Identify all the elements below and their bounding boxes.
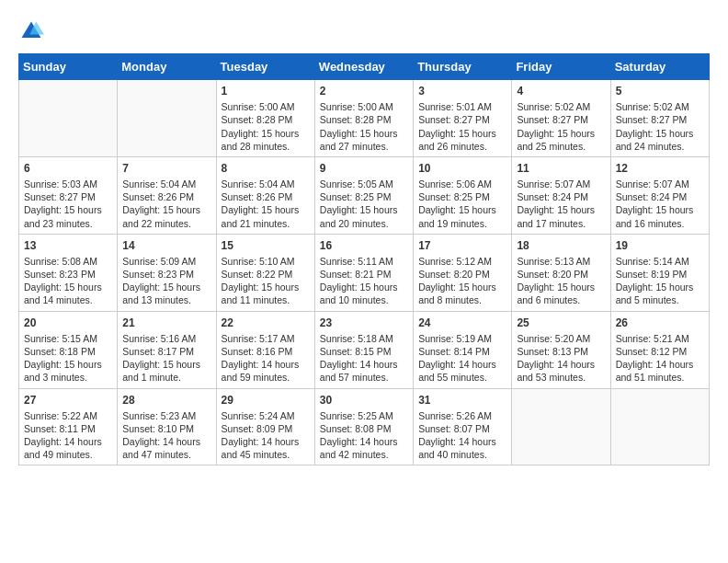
sunset-text: Sunset: 8:21 PM — [320, 268, 408, 281]
daylight-text: Daylight: 14 hours and 59 minutes. — [222, 358, 310, 384]
day-number: 2 — [320, 84, 408, 98]
sunrise-text: Sunrise: 5:10 AM — [222, 255, 310, 268]
calendar-cell: 11Sunrise: 5:07 AMSunset: 8:24 PMDayligh… — [512, 156, 610, 234]
sunset-text: Sunset: 8:26 PM — [122, 190, 210, 203]
sunset-text: Sunset: 8:22 PM — [222, 268, 310, 281]
sunset-text: Sunset: 8:25 PM — [320, 190, 408, 203]
sunrise-text: Sunrise: 5:22 AM — [24, 409, 112, 422]
day-number: 9 — [320, 161, 408, 176]
calendar-cell — [512, 388, 610, 465]
sunrise-text: Sunrise: 5:17 AM — [222, 332, 310, 345]
cell-content: 23Sunrise: 5:18 AMSunset: 8:15 PMDayligh… — [320, 316, 408, 385]
daylight-text: Daylight: 14 hours and 42 minutes. — [320, 435, 408, 461]
sunrise-text: Sunrise: 5:24 AM — [222, 409, 310, 422]
weekday-header-sunday: Sunday — [19, 54, 118, 80]
day-number: 3 — [418, 84, 506, 98]
day-number: 23 — [320, 316, 408, 330]
sunrise-text: Sunrise: 5:15 AM — [24, 332, 112, 345]
page-header — [18, 18, 710, 44]
calendar-cell: 24Sunrise: 5:19 AMSunset: 8:14 PMDayligh… — [414, 311, 512, 388]
daylight-text: Daylight: 15 hours and 23 minutes. — [24, 203, 112, 229]
cell-content: 15Sunrise: 5:10 AMSunset: 8:22 PMDayligh… — [222, 238, 310, 307]
day-number: 8 — [222, 161, 310, 176]
cell-content: 14Sunrise: 5:09 AMSunset: 8:23 PMDayligh… — [122, 238, 210, 307]
daylight-text: Daylight: 14 hours and 40 minutes. — [418, 435, 506, 461]
daylight-text: Daylight: 14 hours and 49 minutes. — [24, 435, 112, 461]
day-number: 31 — [418, 393, 506, 408]
daylight-text: Daylight: 15 hours and 19 minutes. — [418, 203, 506, 229]
sunset-text: Sunset: 8:24 PM — [517, 190, 605, 203]
sunset-text: Sunset: 8:27 PM — [24, 190, 112, 203]
calendar-cell: 27Sunrise: 5:22 AMSunset: 8:11 PMDayligh… — [19, 388, 118, 465]
sunrise-text: Sunrise: 5:12 AM — [418, 255, 506, 268]
sunrise-text: Sunrise: 5:20 AM — [517, 332, 605, 345]
sunrise-text: Sunrise: 5:00 AM — [222, 100, 310, 113]
sunrise-text: Sunrise: 5:07 AM — [616, 178, 704, 190]
sunset-text: Sunset: 8:27 PM — [517, 113, 605, 126]
calendar-cell: 7Sunrise: 5:04 AMSunset: 8:26 PMDaylight… — [118, 156, 216, 234]
cell-content: 17Sunrise: 5:12 AMSunset: 8:20 PMDayligh… — [418, 238, 506, 307]
calendar-cell — [118, 80, 216, 157]
daylight-text: Daylight: 15 hours and 20 minutes. — [320, 203, 408, 229]
sunrise-text: Sunrise: 5:25 AM — [320, 409, 408, 422]
daylight-text: Daylight: 15 hours and 27 minutes. — [320, 127, 408, 153]
sunset-text: Sunset: 8:23 PM — [122, 268, 210, 281]
sunrise-text: Sunrise: 5:11 AM — [320, 255, 408, 268]
day-number: 13 — [24, 238, 112, 253]
calendar-cell — [19, 80, 118, 157]
weekday-header-wednesday: Wednesday — [314, 54, 413, 80]
day-number: 20 — [24, 316, 112, 330]
sunset-text: Sunset: 8:09 PM — [222, 422, 310, 435]
cell-content: 16Sunrise: 5:11 AMSunset: 8:21 PMDayligh… — [320, 238, 408, 307]
cell-content: 11Sunrise: 5:07 AMSunset: 8:24 PMDayligh… — [517, 161, 605, 230]
sunrise-text: Sunrise: 5:19 AM — [418, 332, 506, 345]
sunset-text: Sunset: 8:15 PM — [320, 345, 408, 358]
logo-icon — [18, 18, 44, 44]
sunrise-text: Sunrise: 5:21 AM — [616, 332, 704, 345]
cell-content: 2Sunrise: 5:00 AMSunset: 8:28 PMDaylight… — [320, 84, 408, 153]
calendar-week-row: 13Sunrise: 5:08 AMSunset: 8:23 PMDayligh… — [19, 234, 710, 311]
cell-content: 6Sunrise: 5:03 AMSunset: 8:27 PMDaylight… — [24, 161, 112, 230]
sunset-text: Sunset: 8:28 PM — [222, 113, 310, 126]
daylight-text: Daylight: 15 hours and 14 minutes. — [24, 281, 112, 306]
sunset-text: Sunset: 8:13 PM — [517, 345, 605, 358]
sunrise-text: Sunrise: 5:07 AM — [517, 178, 605, 190]
cell-content: 27Sunrise: 5:22 AMSunset: 8:11 PMDayligh… — [24, 393, 112, 462]
daylight-text: Daylight: 15 hours and 6 minutes. — [517, 281, 605, 306]
calendar-cell: 15Sunrise: 5:10 AMSunset: 8:22 PMDayligh… — [216, 234, 314, 311]
day-number: 19 — [616, 238, 704, 253]
sunset-text: Sunset: 8:23 PM — [24, 268, 112, 281]
cell-content: 31Sunrise: 5:26 AMSunset: 8:07 PMDayligh… — [418, 393, 506, 462]
day-number: 1 — [222, 84, 310, 98]
calendar-cell: 25Sunrise: 5:20 AMSunset: 8:13 PMDayligh… — [512, 311, 610, 388]
calendar-week-row: 1Sunrise: 5:00 AMSunset: 8:28 PMDaylight… — [19, 80, 710, 157]
day-number: 27 — [24, 393, 112, 408]
calendar-cell: 3Sunrise: 5:01 AMSunset: 8:27 PMDaylight… — [414, 80, 512, 157]
sunset-text: Sunset: 8:26 PM — [222, 190, 310, 203]
sunset-text: Sunset: 8:25 PM — [418, 190, 506, 203]
sunrise-text: Sunrise: 5:06 AM — [418, 178, 506, 190]
daylight-text: Daylight: 14 hours and 55 minutes. — [418, 358, 506, 384]
sunrise-text: Sunrise: 5:08 AM — [24, 255, 112, 268]
calendar-cell: 4Sunrise: 5:02 AMSunset: 8:27 PMDaylight… — [512, 80, 610, 157]
daylight-text: Daylight: 15 hours and 28 minutes. — [222, 127, 310, 153]
sunrise-text: Sunrise: 5:14 AM — [616, 255, 704, 268]
calendar-week-row: 6Sunrise: 5:03 AMSunset: 8:27 PMDaylight… — [19, 156, 710, 234]
day-number: 4 — [517, 84, 605, 98]
calendar-cell: 2Sunrise: 5:00 AMSunset: 8:28 PMDaylight… — [314, 80, 413, 157]
sunrise-text: Sunrise: 5:04 AM — [222, 178, 310, 190]
sunrise-text: Sunrise: 5:23 AM — [122, 409, 210, 422]
day-number: 30 — [320, 393, 408, 408]
cell-content: 7Sunrise: 5:04 AMSunset: 8:26 PMDaylight… — [122, 161, 210, 230]
sunrise-text: Sunrise: 5:09 AM — [122, 255, 210, 268]
daylight-text: Daylight: 15 hours and 16 minutes. — [616, 203, 704, 229]
sunrise-text: Sunrise: 5:16 AM — [122, 332, 210, 345]
daylight-text: Daylight: 14 hours and 47 minutes. — [122, 435, 210, 461]
calendar-cell: 18Sunrise: 5:13 AMSunset: 8:20 PMDayligh… — [512, 234, 610, 311]
calendar-cell: 10Sunrise: 5:06 AMSunset: 8:25 PMDayligh… — [414, 156, 512, 234]
sunset-text: Sunset: 8:11 PM — [24, 422, 112, 435]
calendar-cell: 6Sunrise: 5:03 AMSunset: 8:27 PMDaylight… — [19, 156, 118, 234]
daylight-text: Daylight: 15 hours and 17 minutes. — [517, 203, 605, 229]
sunrise-text: Sunrise: 5:05 AM — [320, 178, 408, 190]
cell-content: 12Sunrise: 5:07 AMSunset: 8:24 PMDayligh… — [616, 161, 704, 230]
